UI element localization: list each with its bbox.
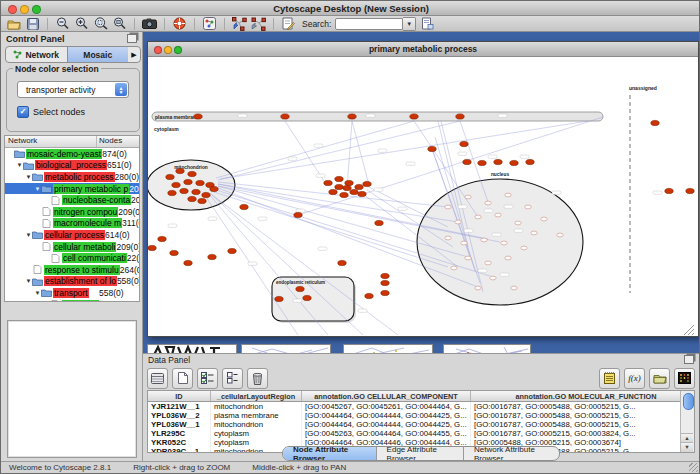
float-panel-icon[interactable] [684, 355, 694, 364]
node[interactable] [188, 171, 196, 176]
delete-attribute-icon[interactable] [247, 368, 268, 389]
network-graph[interactable]: plasma membranecytoplasmmitochondrionnuc… [148, 57, 696, 336]
node[interactable] [445, 205, 451, 209]
network-canvas[interactable]: plasma membranecytoplasmmitochondrionnuc… [148, 57, 698, 336]
node[interactable] [355, 184, 363, 189]
save-session-icon[interactable] [25, 17, 40, 31]
node[interactable] [505, 256, 511, 260]
edge[interactable] [352, 121, 369, 185]
node[interactable] [381, 290, 389, 295]
tree-row-response-to-stimulu[interactable]: response to stimulu264(0) [5, 264, 139, 276]
frame-resize-grip[interactable] [684, 325, 694, 335]
node[interactable] [557, 233, 563, 237]
node[interactable] [170, 250, 178, 255]
node[interactable] [485, 201, 491, 205]
node[interactable] [651, 120, 659, 125]
background-window-fragment[interactable] [343, 344, 433, 353]
node[interactable] [176, 168, 184, 173]
node[interactable] [275, 296, 283, 301]
node[interactable] [348, 114, 356, 119]
node[interactable] [192, 189, 200, 194]
tab-node-attribute-browser[interactable]: Node Attribute Browser [283, 447, 376, 460]
node[interactable] [455, 220, 461, 224]
table-row[interactable]: YPL036W__2plasma membrane[GO:0044464, GO… [148, 411, 695, 420]
node[interactable] [460, 141, 468, 146]
tree-expand-icon[interactable]: ▼ [25, 232, 32, 238]
table-column-header[interactable]: ID [148, 391, 211, 402]
node[interactable] [521, 246, 527, 250]
node[interactable] [358, 191, 366, 196]
new-attribute-icon[interactable] [172, 368, 193, 389]
attribute-list-icon[interactable] [599, 368, 620, 389]
tree-row-transport[interactable]: ▼transport558(0) [5, 287, 139, 299]
birds-eye-view[interactable] [7, 320, 137, 458]
node[interactable] [375, 220, 383, 225]
tab-network-attribute-browser[interactable]: Network Attribute Browser [463, 447, 559, 460]
search-input[interactable] [335, 18, 403, 30]
node[interactable] [510, 160, 518, 165]
unselect-attributes-icon[interactable] [222, 368, 243, 389]
select-nodes-option[interactable]: ✓ Select nodes [17, 106, 85, 118]
node[interactable] [465, 195, 471, 199]
node[interactable] [335, 184, 343, 189]
edge[interactable] [220, 121, 588, 179]
background-window-fragment[interactable] [443, 344, 531, 353]
node[interactable] [511, 286, 517, 290]
table-scrollbar[interactable]: ▲ ▼ [680, 391, 694, 452]
attribute-table-icon[interactable] [147, 368, 168, 389]
node[interactable] [340, 192, 348, 197]
node[interactable] [445, 236, 451, 240]
node[interactable] [381, 273, 389, 278]
node[interactable] [281, 114, 289, 119]
tree-row-biological-process[interactable]: ▼biological_process651(0) [5, 160, 139, 172]
zoom-fit-icon[interactable] [112, 17, 127, 31]
node[interactable] [428, 146, 436, 151]
node[interactable] [501, 241, 507, 245]
node[interactable] [490, 276, 496, 280]
scrollbar-thumb[interactable] [683, 393, 694, 410]
background-window-fragment[interactable] [147, 344, 237, 353]
tree-row-establishment-of-lo[interactable]: ▼establishment of lo558(0) [5, 276, 139, 288]
node[interactable] [475, 215, 481, 219]
tab-scroll-right-icon[interactable]: ▶ [128, 51, 140, 59]
network-view-frame[interactable]: primary metabolic process plasma membran… [147, 41, 699, 337]
edge[interactable] [206, 197, 298, 335]
table-row[interactable]: YLR295Ccytoplasm[GO:0045263, GO:0044464,… [148, 429, 695, 438]
node[interactable] [345, 180, 353, 185]
node[interactable] [451, 266, 457, 270]
tree-row-macromolecule-m[interactable]: macromolecule m311(0) [5, 218, 139, 230]
node[interactable] [158, 236, 166, 241]
node[interactable] [208, 254, 216, 259]
node[interactable] [343, 185, 351, 190]
tree-row-nucleobase-conta[interactable]: nucleobase-conta209(0) [5, 194, 139, 206]
table-row[interactable]: YPL036W__1mitochondrion[GO:0044464, GO:0… [148, 420, 695, 429]
tree-row-secretion[interactable]: secretion41(0) [5, 299, 139, 301]
node[interactable] [495, 213, 501, 217]
table-column-header[interactable]: annotation.GO MOLECULAR_FUNCTION [471, 391, 696, 402]
node[interactable] [198, 198, 206, 203]
node[interactable] [184, 260, 192, 265]
node[interactable] [240, 204, 248, 209]
table-column-header[interactable]: annotation.GO CELLULAR_COMPONENT [302, 391, 471, 402]
tab-edge-attribute-browser[interactable]: Edge Attribute Browser [376, 447, 463, 460]
open-file-icon[interactable] [6, 17, 21, 31]
node[interactable] [166, 174, 174, 179]
node[interactable] [665, 188, 673, 193]
node[interactable] [324, 180, 332, 185]
node[interactable] [526, 159, 534, 164]
zoom-out-icon[interactable] [55, 17, 70, 31]
node[interactable] [329, 189, 337, 194]
tree-row-nitrogen-compou[interactable]: nitrogen compou209(0) [5, 206, 139, 218]
tree-column-nodes[interactable]: Nodes [97, 136, 139, 147]
tab-network[interactable]: Network [6, 47, 67, 62]
node[interactable] [515, 221, 521, 225]
node[interactable] [172, 182, 180, 187]
scroll-down-icon[interactable]: ▼ [681, 442, 693, 452]
tab-mosaic[interactable]: Mosaic [67, 47, 129, 62]
tree-row-cellular-metaboli[interactable]: cellular metaboli209(0) [5, 241, 139, 253]
table-row[interactable]: YJR121W__1mitochondrion[GO:0045267, GO:0… [148, 402, 695, 412]
node[interactable] [184, 179, 192, 184]
tree-column-network[interactable]: Network [5, 136, 97, 147]
node[interactable] [365, 293, 373, 298]
node[interactable] [541, 217, 547, 221]
